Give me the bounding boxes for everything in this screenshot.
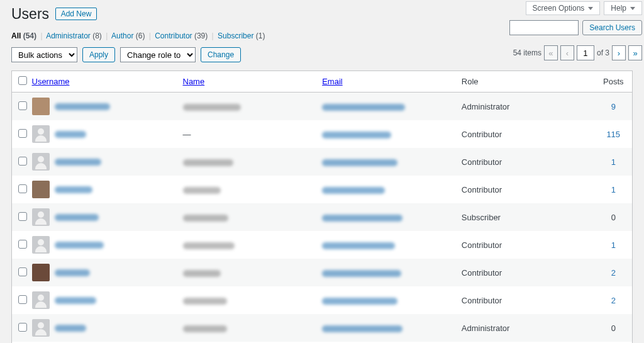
table-row: Contributor2	[12, 259, 633, 286]
name-blurred	[183, 104, 241, 111]
posts-count-link[interactable]: 2	[611, 296, 616, 305]
filter-author[interactable]: Author (6)	[111, 31, 145, 40]
filter-contributor[interactable]: Contributor (39)	[155, 31, 208, 40]
email-link[interactable]	[322, 242, 395, 249]
table-row: Administrator0	[12, 314, 633, 342]
name-blurred	[183, 215, 228, 222]
username-link[interactable]	[55, 242, 104, 249]
name-blurred	[183, 159, 233, 166]
chevron-down-icon	[588, 7, 593, 10]
table-row: Contributor1	[12, 148, 633, 176]
avatar	[32, 153, 50, 171]
avatar	[32, 264, 50, 281]
row-checkbox[interactable]	[18, 101, 27, 110]
change-role-select[interactable]: Change role to...	[120, 47, 196, 62]
help-label: Help	[611, 4, 626, 13]
screen-options-label: Screen Options	[533, 4, 585, 13]
apply-button[interactable]: Apply	[82, 47, 115, 62]
username-link[interactable]	[55, 214, 99, 221]
posts-count-link[interactable]: 2	[611, 268, 616, 278]
page-number-input[interactable]	[577, 45, 594, 60]
page-last-button[interactable]: »	[628, 45, 642, 60]
select-all-checkbox[interactable]	[18, 76, 27, 85]
avatar	[32, 208, 50, 226]
page-first-button: «	[544, 45, 558, 60]
col-posts: Posts	[595, 71, 633, 93]
email-link[interactable]	[322, 215, 402, 222]
row-checkbox[interactable]	[18, 184, 27, 193]
email-link[interactable]	[322, 187, 385, 194]
name-blurred	[183, 187, 221, 194]
page-prev-button: ‹	[560, 45, 574, 60]
avatar	[32, 236, 50, 254]
username-link[interactable]	[55, 103, 110, 110]
table-row: Administrator9	[12, 93, 633, 121]
role-cell: Contributor	[455, 176, 595, 203]
posts-count-link[interactable]: 1	[611, 240, 616, 250]
table-row: Contributor2	[12, 286, 633, 314]
row-checkbox[interactable]	[18, 157, 27, 166]
search-input[interactable]	[509, 20, 579, 35]
row-checkbox[interactable]	[18, 267, 27, 276]
avatar	[32, 181, 50, 198]
username-link[interactable]	[55, 186, 92, 193]
search-users-button[interactable]: Search Users	[582, 20, 642, 35]
email-link[interactable]	[322, 159, 397, 166]
role-cell: Administrator	[455, 93, 595, 121]
help-button[interactable]: Help	[604, 1, 642, 15]
table-row: Contributor1	[12, 176, 633, 203]
role-cell: Subscriber	[455, 203, 595, 231]
screen-options-button[interactable]: Screen Options	[526, 1, 601, 15]
name-blurred	[183, 270, 221, 277]
name-blurred	[183, 242, 235, 249]
add-new-button[interactable]: Add New	[55, 8, 97, 20]
role-cell: Contributor	[455, 148, 595, 176]
col-role: Role	[455, 71, 595, 93]
email-link[interactable]	[322, 325, 402, 332]
role-cell: Administrator	[455, 314, 595, 342]
email-link[interactable]	[322, 298, 397, 305]
username-link[interactable]	[55, 131, 86, 138]
col-username[interactable]: Username	[32, 77, 70, 86]
avatar	[32, 319, 50, 337]
col-name[interactable]: Name	[183, 77, 205, 86]
role-cell: Contributor	[455, 259, 595, 286]
filter-administrator[interactable]: Administrator (8)	[46, 31, 102, 40]
username-link[interactable]	[55, 269, 90, 276]
role-cell: Contributor	[455, 286, 595, 314]
row-checkbox[interactable]	[18, 240, 27, 249]
avatar	[32, 291, 50, 309]
email-link[interactable]	[322, 270, 401, 277]
change-button[interactable]: Change	[201, 47, 241, 62]
items-count: 54 items	[513, 48, 541, 57]
name-empty: —	[183, 130, 191, 139]
posts-count-link[interactable]: 1	[611, 185, 616, 194]
table-row: Contributor1	[12, 231, 633, 259]
avatar	[32, 125, 50, 143]
table-row: Subscriber0	[12, 203, 633, 231]
row-checkbox[interactable]	[18, 295, 27, 304]
name-blurred	[183, 298, 227, 305]
row-checkbox[interactable]	[18, 212, 27, 221]
username-link[interactable]	[55, 159, 101, 166]
row-checkbox[interactable]	[18, 129, 27, 138]
filter-all[interactable]: All (54)	[11, 31, 36, 40]
users-table: Username Name Email Role Posts Administr…	[11, 70, 633, 343]
table-row: —Contributor115	[12, 120, 633, 148]
role-cell: Contributor	[455, 120, 595, 148]
row-checkbox[interactable]	[18, 323, 27, 332]
chevron-down-icon	[630, 7, 635, 10]
role-cell: Contributor	[455, 231, 595, 259]
posts-count: 0	[611, 213, 616, 222]
page-next-button[interactable]: ›	[612, 45, 626, 60]
email-link[interactable]	[322, 132, 391, 138]
posts-count-link[interactable]: 115	[606, 130, 620, 139]
username-link[interactable]	[55, 325, 86, 332]
posts-count-link[interactable]: 9	[611, 102, 616, 111]
filter-subscriber[interactable]: Subscriber (1)	[218, 31, 265, 40]
bulk-actions-select[interactable]: Bulk actions	[11, 47, 77, 62]
col-email[interactable]: Email	[322, 77, 343, 86]
posts-count-link[interactable]: 1	[611, 157, 616, 167]
email-link[interactable]	[322, 104, 405, 111]
username-link[interactable]	[55, 297, 96, 304]
